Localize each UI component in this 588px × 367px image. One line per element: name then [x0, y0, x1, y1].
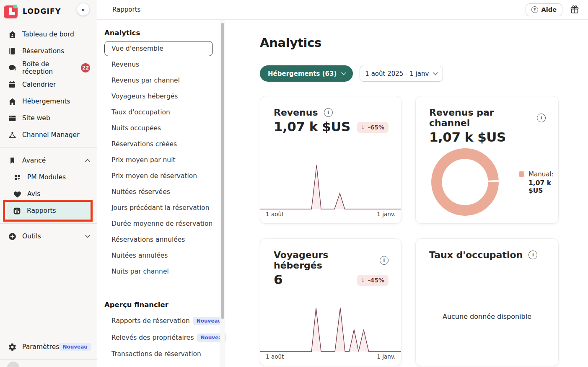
info-icon[interactable]: i	[380, 256, 389, 265]
menu-item-label: Nuits occupées	[111, 124, 161, 132]
menu-item-prix-moyen-par-nuit[interactable]: Prix moyen par nuit	[104, 152, 213, 168]
submenu-section-analytics: Analytics	[104, 29, 213, 37]
menu-item-label: Jours précédant la réservation	[111, 204, 210, 212]
scrollbar-track[interactable]	[220, 20, 225, 367]
help-button[interactable]: ? Aide	[526, 3, 562, 16]
sidebar-item-label: Calendrier	[22, 81, 56, 88]
info-icon[interactable]: i	[324, 108, 333, 117]
sidebar-collapse-button[interactable]: «	[77, 3, 89, 16]
collapse-icon: «	[82, 6, 85, 13]
chevron-up-icon	[85, 159, 90, 162]
sidebar-item-channel-manager[interactable]: Channel Manager	[0, 127, 97, 143]
divider	[0, 223, 97, 224]
sidebar-item-dashboard[interactable]: Tableau de bord	[0, 26, 97, 43]
sidebar-item-label: PM Modules	[27, 173, 66, 181]
menu-item-nuits-par-channel[interactable]: Nuits par channel	[104, 264, 213, 279]
menu-item-nuitees-reservees[interactable]: Nuitées réservées	[104, 184, 213, 199]
menu-item-taux-d-occupation[interactable]: Taux d'occupation	[104, 105, 213, 120]
card-title: Taux d'occupation	[429, 250, 523, 260]
menu-item-label: Revenus	[111, 61, 139, 68]
sidebar-item-label: Tableau de bord	[22, 31, 74, 38]
properties-filter-button[interactable]: Hébergements (63)	[260, 65, 353, 82]
card-guests: Voyageurs hébergés i 6 ↓ -45%	[260, 238, 401, 366]
menu-item-label: Relevés des propriétaires	[111, 334, 194, 341]
question-icon: ?	[531, 6, 538, 13]
avatar[interactable]	[7, 362, 19, 367]
date-range-select[interactable]: 1 août 2025 - 1 janv. 202	[360, 66, 443, 82]
menu-item-nuitees-annulees[interactable]: Nuitées annulées	[104, 248, 213, 263]
sidebar-item-label: Hébergements	[22, 98, 70, 105]
network-icon	[8, 130, 17, 140]
sidebar-item-advanced[interactable]: Avancé	[0, 152, 97, 169]
menu-item-revenus[interactable]: Revenus	[104, 57, 213, 72]
menu-item-prix-moyen-de-reservation[interactable]: Prix moyen de réservation	[104, 168, 213, 184]
nouveau-badge: Nouveau	[59, 343, 91, 351]
menu-item-label: Vue d'ensemble	[111, 45, 163, 52]
info-icon[interactable]: i	[537, 114, 546, 122]
legend-swatch	[519, 171, 524, 177]
change-badge: ↓ -65%	[357, 122, 389, 133]
x-axis-label-start: 1 août	[266, 211, 284, 217]
sidebar-item-label: Rapports	[27, 207, 56, 215]
menu-item-duree-moyenne-de-reservation[interactable]: Durée moyenne de réservation	[104, 216, 213, 231]
menu-item-rapports-de-reservation[interactable]: Rapports de réservationNouveau	[104, 313, 213, 329]
menu-item-label: Nuits par channel	[111, 268, 169, 275]
sidebar-item-reviews[interactable]: Avis	[0, 186, 97, 202]
brand-name: LODGIFY	[23, 7, 61, 16]
sidebar-item-pm-modules[interactable]: PM Modules	[0, 169, 97, 186]
x-axis-label-end: 1 janv.	[377, 353, 396, 360]
page-title: Analytics	[260, 36, 588, 50]
sidebar-item-tools[interactable]: Outils	[0, 228, 97, 245]
channel-revenue-value: 1,07 k $US	[429, 129, 506, 145]
unread-count-badge: 22	[81, 63, 90, 72]
sidebar-item-label: Avancé	[22, 157, 46, 164]
heart-icon	[13, 189, 22, 199]
arrow-down-icon: ↓	[361, 124, 365, 130]
chevron-down-icon	[85, 235, 90, 238]
menu-item-label: Durée moyenne de réservation	[111, 220, 212, 227]
menu-item-label: Nuitées annulées	[111, 252, 168, 259]
filters-row: Hébergements (63) 1 août 2025 - 1 janv. …	[260, 65, 588, 82]
sidebar-item-website[interactable]: Site web	[0, 110, 97, 127]
help-label: Aide	[541, 6, 557, 13]
sidebar-item-inbox[interactable]: Boîte de réception22	[0, 59, 97, 76]
info-icon[interactable]: i	[528, 251, 537, 259]
menu-item-reservations-creees[interactable]: Réservations créées	[104, 137, 213, 152]
metric-cards-grid: Revenus i 1,07 k $US ↓ -65%	[260, 96, 588, 366]
menu-item-label: Réservations annulées	[111, 236, 185, 243]
sidebar-item-settings[interactable]: ParamètresNouveau	[0, 339, 97, 355]
menu-item-transactions-de-reservation[interactable]: Transactions de réservation	[104, 346, 213, 362]
calendar-icon	[8, 80, 17, 89]
sidebar-item-reports[interactable]: Rapports	[7, 202, 92, 219]
sidebar-item-label: Paramètres	[22, 343, 59, 351]
sidebar-item-label: Site web	[22, 114, 50, 122]
topbar: Rapports ? Aide	[97, 0, 588, 20]
gift-icon[interactable]	[570, 5, 580, 15]
menu-item-jours-precedant-la-reservation[interactable]: Jours précédant la réservation	[104, 200, 213, 215]
sidebar-item-properties[interactable]: Hébergements	[0, 93, 97, 110]
card-revenue-by-channel: Revenus par channel i 1,07 k $US	[415, 96, 559, 224]
menu-item-reservations-annulees[interactable]: Réservations annulées	[104, 232, 213, 247]
menu-item-voyageurs-heberges[interactable]: Voyageurs hébergés	[104, 89, 213, 104]
main-column: Rapports ? Aide	[97, 0, 588, 367]
gear-icon	[8, 342, 17, 351]
menu-item-label: Réservations créées	[111, 140, 177, 148]
financial-menu-list: Rapports de réservationNouveauRelevés de…	[104, 313, 213, 362]
lodgify-logo-icon	[4, 5, 18, 18]
house-icon	[8, 97, 17, 106]
arrow-down-icon: ↓	[361, 277, 365, 283]
properties-filter-label: Hébergements (63)	[268, 70, 337, 78]
x-axis-label-start: 1 août	[266, 353, 284, 360]
home-icon	[8, 30, 17, 39]
sidebar-item-calendar[interactable]: Calendrier	[0, 76, 97, 93]
date-range-value: 1 août 2025 - 1 janv. 202	[365, 70, 429, 78]
scrollbar-thumb[interactable]	[221, 23, 224, 319]
menu-item-nuits-occupees[interactable]: Nuits occupées	[104, 121, 213, 136]
menu-item-vue-d-ensemble[interactable]: Vue d'ensemble	[104, 41, 213, 56]
sidebar-item-reservations[interactable]: Réservations	[0, 43, 97, 59]
menu-item-releves-des-proprietaires[interactable]: Relevés des propriétairesNouveau	[104, 330, 213, 346]
chat-icon	[8, 63, 17, 72]
card-title: Revenus par channel	[429, 107, 531, 128]
menu-item-revenus-par-channel[interactable]: Revenus par channel	[104, 73, 213, 88]
menu-item-label: Nuitées réservées	[111, 188, 170, 196]
